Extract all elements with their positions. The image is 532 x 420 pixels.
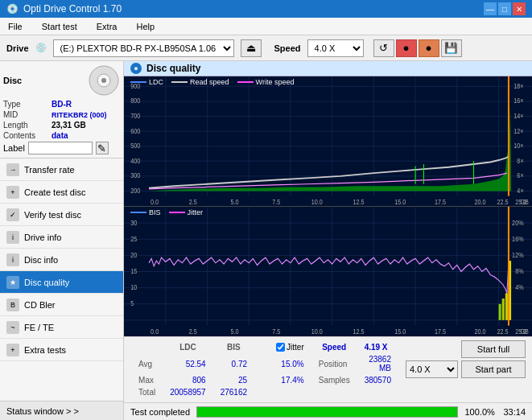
app-title: Opti Drive Control 1.70 [23,3,122,14]
disc-length-row: Length 23,31 GB [3,121,120,130]
svg-text:14×: 14× [513,112,524,120]
disc-contents-row: Contents data [3,131,120,140]
mid-value: RITEKBR2 (000) [52,111,107,119]
menu-file[interactable]: File [3,20,27,33]
jitter-checkbox[interactable] [276,343,285,352]
nav-disc-info-label: Disc info [24,255,58,265]
close-button[interactable]: ✕ [513,2,526,15]
nav-disc-info[interactable]: i Disc info [0,249,123,271]
start-part-button[interactable]: Start part [461,360,526,378]
start-full-button[interactable]: Start full [461,340,526,358]
disc-type-row: Type BD-R [3,100,120,109]
svg-marker-96 [502,299,505,320]
menu-extra[interactable]: Extra [92,20,122,33]
avg-ldc: 52.54 [163,354,212,373]
drive-info-icon: i [6,231,19,244]
speed-select[interactable]: 4.0 X [307,39,364,57]
svg-text:8×: 8× [517,157,524,165]
menu-help[interactable]: Help [131,20,159,33]
save-button[interactable]: 💾 [441,39,462,57]
titlebar: 💿 Opti Drive Control 1.70 — □ ✕ [0,0,532,18]
legend-jitter: Jitter [169,208,204,216]
svg-text:GB: GB [521,198,529,206]
orange-icon-button[interactable]: ● [419,39,439,57]
svg-text:15.0: 15.0 [394,198,406,206]
nav-drive-info[interactable]: i Drive info [0,226,123,249]
svg-text:16×: 16× [513,97,524,105]
total-ldc: 20058957 [163,387,212,397]
svg-text:20%: 20% [512,218,524,227]
svg-text:10.0: 10.0 [311,198,324,206]
avg-label: Avg [132,354,162,373]
nav-transfer-rate-label: Transfer rate [24,165,75,175]
progress-bar-area: Test completed 100.0% 33:14 [124,402,532,420]
svg-text:600: 600 [130,127,141,135]
chart1-legend: LDC Read speed Write speed [130,78,294,86]
status-window-button[interactable]: Status window > > [0,401,123,420]
jitter-label: Jitter [287,343,304,352]
svg-text:700: 700 [130,112,141,120]
disc-title: Disc [3,76,22,85]
red-icon-button[interactable]: ● [396,39,417,57]
svg-text:15.0: 15.0 [394,327,406,336]
start-part-speed-select[interactable]: 4.0 X [406,360,458,378]
ldc-chart-svg: 18× 16× 14× 12× 10× 8× 6× 4× 900 800 700… [124,76,532,206]
length-label: Length [3,121,52,130]
svg-text:12%: 12% [512,250,524,259]
svg-text:0.0: 0.0 [151,198,159,206]
total-bis: 276162 [214,387,254,397]
svg-text:12.5: 12.5 [353,198,365,206]
disc-quality-icon: ★ [6,276,19,289]
fe-te-icon: ~ [6,321,19,334]
stats-table: LDC BIS Jitter Speed 4.19 X [130,340,399,399]
nav-cd-bler-label: CD Bler [24,300,56,310]
svg-text:0.0: 0.0 [151,327,159,336]
nav-cd-bler[interactable]: B CD Bler [0,294,123,316]
svg-text:22.5: 22.5 [497,327,509,336]
svg-text:10.0: 10.0 [311,327,323,336]
jitter-legend-label: Jitter [188,208,204,216]
speed-label: Speed [274,43,301,53]
main-layout: Disc Type BD-R MID RITEKBR2 (000) [0,61,532,420]
minimize-button[interactable]: — [484,2,497,15]
transfer-rate-icon: → [6,163,19,176]
maximize-button[interactable]: □ [498,2,511,15]
samples-value: 380570 [358,375,398,385]
svg-text:400: 400 [130,157,141,165]
nav-transfer-rate[interactable]: → Transfer rate [0,159,123,181]
eject-button[interactable]: ⏏ [241,39,262,57]
nav-verify-test-disc[interactable]: ✓ Verify test disc [0,204,123,226]
nav-fe-te[interactable]: ~ FE / TE [0,316,123,339]
svg-text:16%: 16% [512,234,524,243]
max-bis: 25 [214,375,254,385]
legend-ldc: LDC [130,78,163,86]
titlebar-controls: — □ ✕ [484,2,526,15]
nav-fe-te-label: FE / TE [24,323,54,332]
legend-read-speed: Read speed [171,78,229,86]
progress-bar-inner [197,407,457,417]
disc-svg [88,64,120,97]
progress-time: 33:14 [503,407,526,417]
disc-label-row: Label ✎ [3,142,120,154]
drive-icon: 💿 [35,43,47,53]
progress-percent: 100.0% [464,407,497,417]
refresh-button[interactable]: ↺ [373,39,394,57]
app-icon: 💿 [6,3,19,14]
nav-disc-quality[interactable]: ★ Disc quality [0,271,123,294]
svg-text:GB: GB [521,327,530,336]
svg-text:17.5: 17.5 [435,327,446,336]
svg-text:2.5: 2.5 [189,327,197,336]
bis-chart-svg: 30 25 20 15 10 5 20% 16% 12% 8% 4% 0.0 2… [124,207,532,336]
drive-select[interactable]: (E:) PLEXTOR BD-R PX-LB950SA 1.06 [53,39,234,57]
label-edit-button[interactable]: ✎ [96,142,109,154]
label-input[interactable] [28,142,93,154]
svg-text:10×: 10× [513,142,524,150]
nav-extra-tests[interactable]: + Extra tests [0,339,123,361]
contents-value: data [52,131,68,140]
nav-create-test-disc[interactable]: + Create test disc [0,181,123,204]
svg-text:6×: 6× [517,172,524,180]
drive-label: Drive [6,43,29,53]
avg-bis: 0.72 [214,354,254,373]
menu-start-test[interactable]: Start test [37,20,82,33]
avg-jitter: 15.0% [270,354,311,373]
